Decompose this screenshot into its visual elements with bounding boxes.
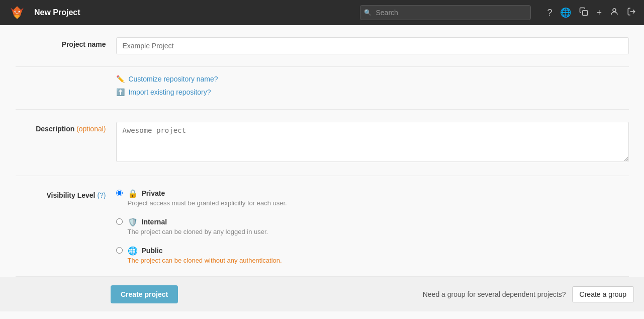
- header-icons: ? 🌐 +: [547, 7, 636, 19]
- import-icon: ⬆️: [116, 88, 125, 96]
- lock-icon: 🔒: [128, 189, 138, 198]
- visibility-option-internal: 🛡️ Internal The project can be cloned by…: [116, 217, 629, 235]
- links-section: ✏️ Customize repository name? ⬆️ Import …: [16, 67, 629, 110]
- plus-icon[interactable]: +: [596, 8, 602, 18]
- svg-marker-2: [20, 8, 23, 11]
- description-input[interactable]: [116, 122, 629, 162]
- question-icon[interactable]: ?: [547, 8, 552, 18]
- visibility-radio-private[interactable]: [116, 190, 123, 196]
- description-section: Description (optional): [16, 110, 629, 176]
- visibility-internal-content: 🛡️ Internal The project can be cloned by…: [128, 217, 268, 235]
- visibility-public-content: 🌐 Public The project can be cloned witho…: [128, 246, 282, 264]
- svg-marker-1: [11, 8, 14, 11]
- visibility-radio-internal[interactable]: [116, 218, 123, 225]
- visibility-public-title: 🌐 Public: [128, 246, 282, 256]
- footer-bar: Create project Need a group for several …: [0, 277, 644, 311]
- earth-icon: 🌐: [128, 246, 138, 256]
- svg-point-7: [19, 11, 19, 12]
- group-prompt-text: Need a group for several dependent proje…: [423, 290, 566, 298]
- visibility-private-desc: Project access must be granted explicitl…: [128, 199, 287, 207]
- svg-rect-8: [583, 10, 588, 15]
- project-name-input-col: [116, 37, 629, 54]
- globe-icon[interactable]: 🌐: [560, 7, 571, 18]
- main-content: Project name ✏️ Customize repository nam…: [6, 25, 639, 277]
- edit-icon: ✏️: [116, 75, 125, 83]
- create-group-button[interactable]: Create a group: [572, 286, 634, 302]
- project-name-section: Project name: [16, 25, 629, 67]
- visibility-public-desc: The project can be cloned without any au…: [128, 257, 282, 264]
- create-project-button[interactable]: Create project: [111, 285, 178, 303]
- header: New Project ? 🌐 +: [0, 0, 644, 25]
- visibility-internal-desc: The project can be cloned by any logged …: [128, 228, 268, 235]
- visibility-private-title: 🔒 Private: [128, 188, 287, 198]
- svg-point-9: [613, 9, 616, 12]
- visibility-options-col: 🔒 Private Project access must be granted…: [116, 188, 629, 264]
- visibility-option-private: 🔒 Private Project access must be granted…: [116, 188, 629, 207]
- signout-icon[interactable]: [627, 7, 636, 19]
- shield-icon: 🛡️: [128, 217, 138, 227]
- project-name-input[interactable]: [116, 37, 629, 54]
- visibility-private-content: 🔒 Private Project access must be granted…: [128, 188, 287, 207]
- search-container: [360, 5, 531, 20]
- visibility-internal-title: 🛡️ Internal: [128, 217, 268, 227]
- visibility-help-link[interactable]: (?): [97, 191, 106, 199]
- logo[interactable]: [8, 4, 26, 22]
- copy-icon[interactable]: [579, 7, 588, 19]
- import-repo-link[interactable]: ⬆️ Import existing repository?: [116, 88, 629, 96]
- footer-right: Need a group for several dependent proje…: [423, 286, 634, 302]
- optional-label: (optional): [76, 125, 106, 133]
- svg-point-6: [15, 11, 16, 12]
- search-input[interactable]: [360, 5, 531, 20]
- visibility-section: Visibility Level (?) 🔒 Private Project a…: [16, 176, 629, 277]
- visibility-label-col: Visibility Level (?): [16, 188, 116, 199]
- description-input-col: [116, 122, 629, 164]
- visibility-option-public: 🌐 Public The project can be cloned witho…: [116, 246, 629, 264]
- visibility-radio-public[interactable]: [116, 247, 123, 254]
- customize-repo-link[interactable]: ✏️ Customize repository name?: [116, 75, 629, 83]
- page-title: New Project: [34, 8, 80, 17]
- user-icon[interactable]: [610, 7, 619, 19]
- project-name-label: Project name: [16, 37, 116, 48]
- description-label-col: Description (optional): [16, 122, 116, 133]
